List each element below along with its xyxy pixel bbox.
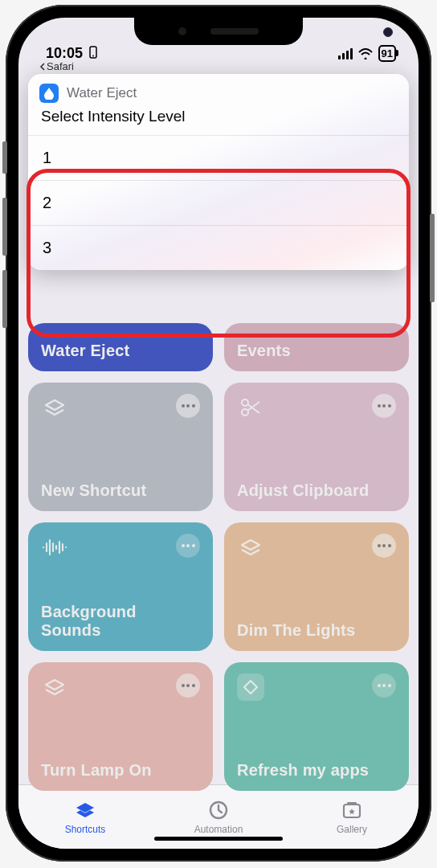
screen: 10:05 91 Safari Water Eject [18, 18, 419, 849]
tile-more-button[interactable] [372, 534, 396, 558]
tile-turn-lamp-on[interactable]: Turn Lamp On [28, 662, 213, 791]
tab-gallery[interactable]: Gallery [285, 785, 419, 849]
orientation-lock-icon [88, 46, 99, 61]
home-indicator[interactable] [154, 837, 283, 841]
diamond-icon [237, 674, 264, 701]
tile-refresh-my-apps[interactable]: Refresh my apps [224, 662, 409, 791]
tile-label: Water Eject [41, 342, 200, 360]
intensity-option-2[interactable]: 2 [28, 180, 409, 225]
dialog-subtitle: Select Intensity Level [28, 106, 409, 135]
tile-label: New Shortcut [41, 481, 200, 500]
intensity-option-1[interactable]: 1 [28, 135, 409, 180]
tab-label: Shortcuts [65, 824, 106, 835]
stack-icon [41, 674, 68, 701]
tile-more-button[interactable] [372, 674, 396, 698]
tile-more-button[interactable] [176, 534, 200, 558]
volume-up-button [2, 198, 7, 256]
stack-icon [237, 534, 264, 561]
drop-icon [39, 84, 59, 103]
wifi-icon [357, 48, 374, 59]
dialog-title: Water Eject [67, 85, 137, 101]
scissors-icon [237, 394, 264, 421]
tile-more-button[interactable] [176, 394, 200, 418]
battery-indicator: 91 [378, 45, 396, 62]
intensity-option-3[interactable]: 3 [28, 225, 409, 270]
power-button [430, 214, 435, 302]
phone-frame: 10:05 91 Safari Water Eject [6, 5, 431, 862]
tile-label: Events [237, 342, 396, 360]
sound-icon [41, 534, 68, 561]
tile-label: Turn Lamp On [41, 761, 200, 780]
tab-label: Gallery [337, 824, 367, 835]
tile-label: Dim The Lights [237, 621, 396, 640]
tile-label: Background Sounds [41, 603, 200, 640]
gallery-icon [340, 800, 364, 821]
tab-label: Automation [194, 824, 243, 835]
tile-label: Refresh my apps [237, 761, 396, 780]
tile-events[interactable]: Events [224, 323, 409, 371]
automation-icon [206, 800, 231, 821]
back-to-app[interactable]: Safari [18, 60, 419, 72]
tile-label: Adjust Clipboard [237, 481, 396, 500]
shortcuts-grid: Water Eject Events New Shortcut [18, 323, 419, 784]
tile-dim-the-lights[interactable]: Dim The Lights [224, 522, 409, 651]
clock: 10:05 [46, 45, 83, 62]
front-camera [383, 27, 393, 37]
tile-adjust-clipboard[interactable]: Adjust Clipboard [224, 383, 409, 511]
tile-more-button[interactable] [176, 674, 200, 698]
shortcuts-icon [73, 800, 97, 821]
stack-icon [41, 394, 68, 421]
tab-shortcuts[interactable]: Shortcuts [18, 785, 152, 849]
side-button [2, 141, 7, 174]
svg-point-1 [92, 55, 94, 57]
intensity-dialog: Water Eject Select Intensity Level 1 2 3 [28, 74, 409, 270]
notch [134, 18, 303, 45]
tile-new-shortcut[interactable]: New Shortcut [28, 383, 213, 511]
tile-water-eject[interactable]: Water Eject [28, 323, 213, 371]
tile-more-button[interactable] [372, 394, 396, 418]
cellular-icon [338, 48, 353, 59]
intensity-options: 1 2 3 [28, 135, 409, 270]
tile-background-sounds[interactable]: Background Sounds [28, 522, 213, 651]
volume-down-button [2, 270, 7, 328]
